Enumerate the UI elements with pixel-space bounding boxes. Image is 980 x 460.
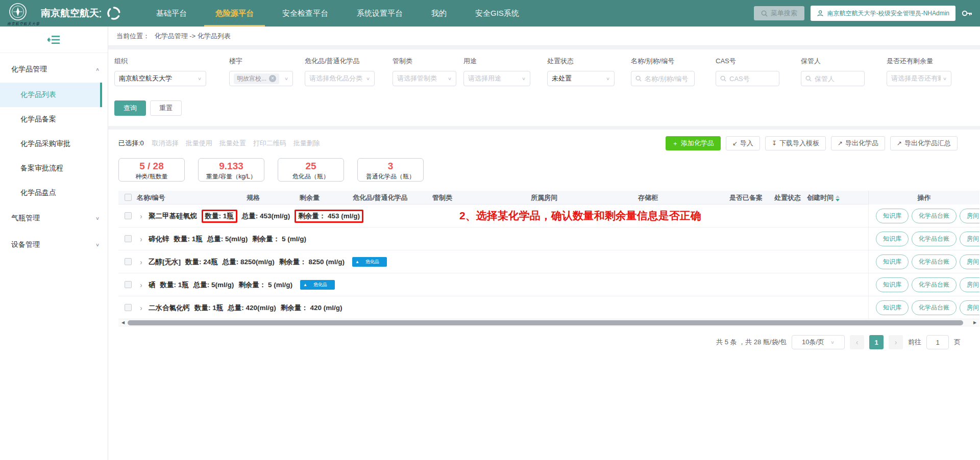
- sidebar-item-chemical-list[interactable]: 化学品列表: [0, 83, 102, 107]
- name-search-box: [631, 71, 695, 86]
- export-icon: ↗: [897, 140, 902, 147]
- chemical-total: 总量: 8250(ml/g): [223, 258, 275, 267]
- export-summary-button[interactable]: ↗ 导出化学品汇总: [890, 136, 958, 150]
- bulk-use-link[interactable]: 批量使用: [186, 139, 212, 148]
- goto-page-input[interactable]: [926, 335, 949, 349]
- chemical-ledger-button[interactable]: 化学品台账: [912, 277, 957, 292]
- room-button[interactable]: 房间: [960, 232, 979, 246]
- import-button[interactable]: ↙ 导入: [726, 136, 760, 150]
- sidebar-item-chemical-filing[interactable]: 化学品备案: [0, 107, 102, 132]
- reset-button[interactable]: 重置: [150, 100, 182, 116]
- control-type-select[interactable]: 请选择管制类 ∨: [393, 71, 456, 86]
- user-account-button[interactable]: 南京航空航天大学-校级安全管理员-NHAdmin: [811, 6, 955, 21]
- add-chemical-button[interactable]: ＋ 添加化学品: [666, 136, 721, 150]
- sidebar-item-chemical-inventory[interactable]: 化学品盘点: [0, 181, 102, 205]
- row-checkbox[interactable]: [125, 281, 132, 288]
- filter-org: 组织 南京航空航天大学 ∨: [114, 57, 206, 86]
- section-divider: [108, 46, 980, 49]
- row-checkbox[interactable]: [125, 212, 132, 219]
- next-page-button[interactable]: ›: [889, 335, 903, 349]
- bulk-delete-link[interactable]: 批量删除: [293, 139, 320, 148]
- tag-close-icon[interactable]: ×: [269, 75, 276, 82]
- org-loading-icon[interactable]: [106, 6, 121, 21]
- select-all-checkbox[interactable]: [125, 194, 132, 201]
- row-checkbox[interactable]: [125, 304, 132, 311]
- menu-search-button[interactable]: 菜单搜索: [754, 6, 804, 20]
- knowledge-base-button[interactable]: 知识库: [876, 209, 909, 223]
- nav-item-hazard-platform[interactable]: 危险源平台: [201, 0, 268, 27]
- table-row[interactable]: › 碲化锌 数量: 1瓶 总量: 5(ml/g) 剩余量： 5 (ml/g) 知…: [118, 227, 979, 250]
- chemical-ledger-button[interactable]: 化学品台账: [912, 232, 957, 246]
- chemical-ledger-button[interactable]: 化学品台账: [912, 254, 957, 269]
- nav-item-system-settings-platform[interactable]: 系统设置平台: [342, 0, 417, 27]
- sidebar-group-device-management[interactable]: 设备管理 ∨: [0, 232, 108, 258]
- table-row[interactable]: › 二水合氯化钙 数量: 1瓶 总量: 420(ml/g) 剩余量： 420 (…: [118, 296, 979, 319]
- scrollbar-thumb[interactable]: [128, 320, 963, 325]
- page-number-button[interactable]: 1: [869, 335, 884, 349]
- filter-usage: 用途 请选择用途 ∨: [463, 57, 530, 86]
- room-button[interactable]: 房间: [960, 254, 979, 269]
- sort-icons[interactable]: [836, 195, 840, 201]
- sidebar-item-purchase-approval[interactable]: 化学品采购审批: [0, 132, 102, 156]
- prev-page-button[interactable]: ‹: [850, 335, 864, 349]
- knowledge-base-button[interactable]: 知识库: [876, 254, 909, 269]
- query-button[interactable]: 查询: [114, 100, 146, 116]
- hazard-type-select[interactable]: 请选择危化品分类 ∨: [305, 71, 375, 86]
- room-button[interactable]: 房间: [960, 209, 979, 223]
- active-tab-underline: [204, 25, 265, 27]
- row-checkbox[interactable]: [125, 235, 132, 242]
- table-row[interactable]: › 硒 数量: 1瓶 总量: 5(ml/g) 剩余量： 5 (ml/g) ▲危化…: [118, 273, 979, 296]
- cancel-selection-link[interactable]: 取消选择: [152, 139, 179, 148]
- nav-item-safety-gis[interactable]: 安全GIS系统: [461, 0, 533, 27]
- expand-row-icon[interactable]: ›: [140, 212, 142, 220]
- building-select[interactable]: 明故宫校... × ∨: [229, 71, 293, 86]
- chemical-ledger-button[interactable]: 化学品台账: [912, 209, 957, 223]
- scroll-left-icon[interactable]: ◀: [119, 319, 127, 326]
- has-remaining-select[interactable]: 请选择是否还有剩 ∨: [887, 71, 951, 86]
- knowledge-base-button[interactable]: 知识库: [876, 232, 909, 246]
- table-row[interactable]: › 聚二甲基硅氧烷 数量: 1瓶 总量: 453(ml/g) 剩余量： 453 …: [118, 205, 979, 227]
- horizontal-scrollbar[interactable]: ◀ ▶: [118, 319, 979, 326]
- sidebar-group-chemical-management[interactable]: 化学品管理 ∧: [0, 56, 108, 83]
- export-chemicals-button[interactable]: ↗ 导出化学品: [831, 136, 885, 150]
- filter-cas: CAS号: [716, 57, 779, 86]
- row-actions: 知识库 化学品台账 房间: [868, 296, 979, 319]
- print-qrcode-link[interactable]: 打印二维码: [253, 139, 286, 148]
- nav-item-mine[interactable]: 我的: [417, 0, 461, 27]
- main-content: 当前位置： 化学品管理 -> 化学品列表 组织 南京航空航天大学 ∨ 楼宇: [108, 27, 980, 460]
- breadcrumb: 当前位置： 化学品管理 -> 化学品列表: [108, 27, 980, 46]
- created-time-sort-header[interactable]: 创建时间: [807, 191, 840, 205]
- expand-row-icon[interactable]: ›: [140, 258, 142, 266]
- key-icon[interactable]: [962, 9, 973, 17]
- download-template-button[interactable]: ↧ 下载导入模板: [765, 136, 826, 150]
- org-select[interactable]: 南京航空航天大学 ∨: [114, 71, 206, 86]
- cas-input[interactable]: [729, 75, 775, 83]
- nav-item-base-platform[interactable]: 基础平台: [142, 0, 201, 27]
- knowledge-base-button[interactable]: 知识库: [876, 277, 909, 292]
- usage-select[interactable]: 请选择用途 ∨: [463, 71, 530, 86]
- stat-hazardous-count: 25 危化品（瓶）: [278, 158, 344, 182]
- room-button[interactable]: 房间: [960, 277, 979, 292]
- hazardous-badge: ▲危化品: [300, 280, 335, 290]
- warning-icon: ▲: [303, 283, 307, 287]
- breadcrumb-path: 化学品管理 -> 化学品列表: [155, 32, 231, 40]
- name-search-input[interactable]: [645, 75, 690, 83]
- expand-row-icon[interactable]: ›: [140, 280, 142, 289]
- bulk-dispose-link[interactable]: 批量处置: [219, 139, 246, 148]
- sidebar-item-filing-approval-flow[interactable]: 备案审批流程: [0, 156, 102, 181]
- nav-item-safety-check-platform[interactable]: 安全检查平台: [268, 0, 342, 27]
- expand-row-icon[interactable]: ›: [140, 235, 142, 243]
- row-checkbox[interactable]: [125, 258, 132, 265]
- download-icon: ↧: [772, 140, 777, 147]
- sidebar-group-gas-cylinder[interactable]: 气瓶管理 ∨: [0, 205, 108, 232]
- scroll-right-icon[interactable]: ▶: [971, 319, 978, 326]
- page-size-select[interactable]: 10条/页 ∨: [792, 335, 845, 349]
- disposal-status-select[interactable]: 未处置 ∨: [547, 71, 615, 86]
- knowledge-base-button[interactable]: 知识库: [876, 300, 909, 315]
- keeper-input[interactable]: [815, 75, 860, 83]
- sidebar-collapse-button[interactable]: [0, 27, 108, 53]
- chemical-ledger-button[interactable]: 化学品台账: [912, 300, 957, 315]
- expand-row-icon[interactable]: ›: [140, 303, 142, 312]
- room-button[interactable]: 房间: [960, 300, 979, 315]
- table-row[interactable]: › 乙醇[无水] 数量: 24瓶 总量: 8250(ml/g) 剩余量： 825…: [118, 250, 979, 273]
